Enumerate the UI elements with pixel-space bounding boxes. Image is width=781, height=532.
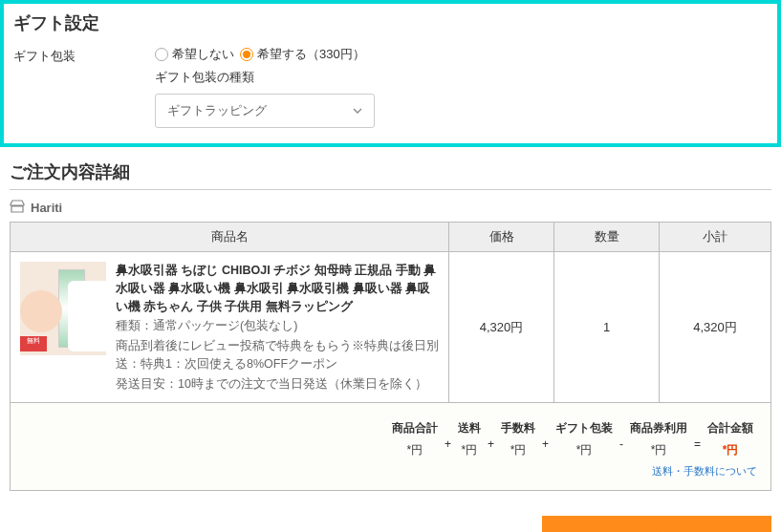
summary-box: 商品合計 *円 + 送料 *円 + 手数料 *円 + ギフト包装 *円 - 商品… (10, 403, 771, 491)
radio-label-no: 希望しない (172, 46, 234, 63)
table-row: 無料 鼻水吸引器 ちぼじ CHIBOJI チボジ 知母時 正規品 手動 鼻水吸い… (11, 252, 770, 402)
divider (10, 189, 771, 190)
shop-icon (10, 200, 25, 216)
th-qty: 数量 (554, 223, 660, 251)
shop-name: Hariti (31, 201, 62, 215)
product-subtotal: 4,320円 (660, 252, 770, 402)
equals-icon: = (694, 420, 701, 458)
sum-val-fee: *円 (501, 442, 535, 458)
order-table: 商品名 価格 数量 小計 無料 鼻水吸引器 ちぼじ CHIBOJI チボジ 知母… (10, 222, 771, 403)
product-price: 4,320円 (449, 252, 554, 402)
confirm-order-button[interactable]: ご注文内容の確認 (542, 516, 771, 532)
sum-label-gift: ギフト包装 (555, 420, 613, 436)
product-title: 鼻水吸引器 ちぼじ CHIBOJI チボジ 知母時 正規品 手動 鼻水吸い器 鼻… (116, 262, 439, 315)
th-subtotal: 小計 (660, 223, 770, 251)
ribbon-badge: 無料 (20, 336, 47, 351)
th-name: 商品名 (11, 223, 449, 251)
product-variant: 種類：通常パッケージ(包装なし) (116, 317, 439, 335)
select-value: ギフトラッピング (167, 102, 267, 119)
gift-type-label: ギフト包装の種類 (155, 69, 768, 86)
sum-label-coupon: 商品券利用 (630, 420, 687, 436)
product-note: 商品到着後にレビュー投稿で特典をもらう※特典は後日別送：特典1：次回使える8%O… (116, 337, 439, 373)
plus-icon: + (542, 420, 549, 458)
shop-row: Hariti (10, 200, 771, 216)
gift-title: ギフト設定 (13, 11, 768, 34)
sum-label-ship: 送料 (458, 420, 481, 436)
product-qty: 1 (554, 252, 660, 402)
gift-wrapping-label: ギフト包装 (13, 46, 155, 128)
product-shipping: 発送目安：10時までの注文で当日発送（休業日を除く） (116, 375, 439, 394)
radio-icon (155, 48, 168, 61)
fee-link[interactable]: 送料・手数料について (652, 465, 757, 477)
order-details-title: ご注文内容詳細 (10, 160, 781, 183)
sum-val-total: *円 (707, 442, 753, 458)
product-image: 無料 (20, 262, 106, 355)
gift-type-select[interactable]: ギフトラッピング (155, 94, 375, 128)
sum-val-ship: *円 (458, 442, 481, 458)
sum-label-total: 合計金額 (707, 420, 753, 436)
gift-radio-group: 希望しない 希望する（330円） (155, 46, 768, 63)
sum-val-gift: *円 (555, 442, 613, 458)
sum-val-coupon: *円 (630, 442, 687, 458)
th-price: 価格 (449, 223, 554, 251)
gift-radio-yes[interactable]: 希望する（330円） (240, 46, 365, 63)
sum-val-goods: *円 (392, 442, 438, 458)
chevron-down-icon (353, 106, 362, 116)
radio-label-yes: 希望する（330円） (257, 46, 365, 63)
sum-label-goods: 商品合計 (392, 420, 438, 436)
plus-icon: + (445, 420, 451, 458)
radio-icon (240, 48, 253, 61)
sum-label-fee: 手数料 (501, 420, 535, 436)
minus-icon: - (619, 420, 623, 458)
plus-icon: + (488, 420, 494, 458)
gift-radio-no[interactable]: 希望しない (155, 46, 234, 63)
gift-settings-panel: ギフト設定 ギフト包装 希望しない 希望する（330円） ギフト包装の種類 ギフ… (0, 0, 781, 147)
